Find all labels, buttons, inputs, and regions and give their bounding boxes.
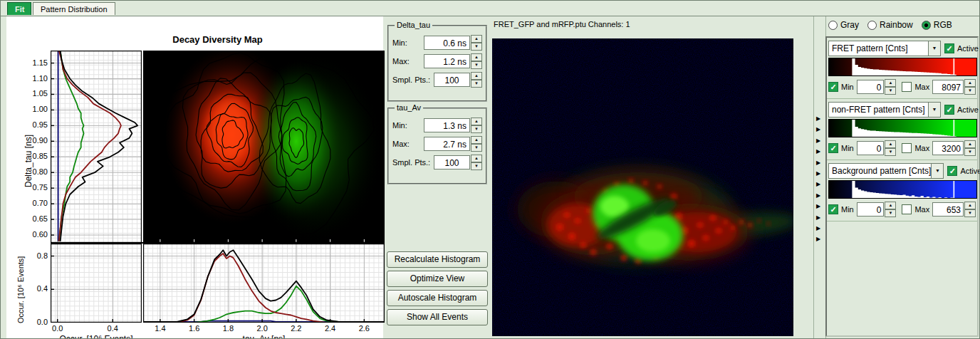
channel-histogram[interactable] xyxy=(828,119,977,137)
rgb-radio[interactable] xyxy=(922,21,931,30)
min-input[interactable]: 0 xyxy=(857,202,885,217)
spin-down-icon[interactable]: ▼ xyxy=(471,144,482,152)
spin-down-icon[interactable]: ▼ xyxy=(885,148,896,156)
chevron-down-icon[interactable]: ▼ xyxy=(931,164,943,178)
spin-down-icon[interactable]: ▼ xyxy=(471,125,482,133)
splitter-arrow-icon[interactable]: ▶ xyxy=(816,182,820,187)
tau-av-group-title: tau_Av xyxy=(395,103,423,112)
spin-up-icon[interactable]: ▲ xyxy=(885,140,896,148)
max-stepper[interactable]: ▲▼ xyxy=(964,140,976,156)
spin-up-icon[interactable]: ▲ xyxy=(471,155,482,162)
active-checkbox[interactable]: ✓ xyxy=(944,105,954,115)
spin-up-icon[interactable]: ▲ xyxy=(471,72,482,80)
spin-up-icon[interactable]: ▲ xyxy=(964,140,976,148)
autoscale-histogram-button[interactable]: Autoscale Histogram xyxy=(387,290,488,306)
tau-av-min-stepper[interactable]: ▲▼ xyxy=(471,118,482,133)
panel-splitter[interactable]: ▶▶▶▶▶▶▶▶▶▶▶▶ xyxy=(813,16,826,339)
max-stepper[interactable]: ▲▼ xyxy=(964,202,976,217)
spin-up-icon[interactable]: ▲ xyxy=(471,118,482,125)
spin-down-icon[interactable]: ▼ xyxy=(964,209,976,217)
chevron-down-icon[interactable]: ▼ xyxy=(928,41,940,56)
spin-up-icon[interactable]: ▲ xyxy=(471,35,482,43)
active-checkbox[interactable]: ✓ xyxy=(944,43,954,53)
splitter-arrow-icon[interactable]: ▶ xyxy=(816,204,820,209)
spin-up-icon[interactable]: ▲ xyxy=(964,79,976,87)
spin-down-icon[interactable]: ▼ xyxy=(471,162,482,170)
splitter-arrow-icon[interactable]: ▶ xyxy=(816,127,820,132)
optimize-view-button[interactable]: Optimize View xyxy=(387,271,488,287)
show-all-events-button[interactable]: Show All Events xyxy=(387,309,488,325)
channel-group-non-fret: non-FRET pattern [Cnts] ▼ ✓ Active ✓ Min… xyxy=(827,99,977,160)
delta-tau-min-input[interactable]: 0.6 ns xyxy=(424,36,470,50)
pattern-select-value: Background pattern [Cnts] xyxy=(829,166,931,176)
splitter-arrow-icon[interactable]: ▶ xyxy=(816,193,820,199)
channel-histogram[interactable] xyxy=(828,58,977,76)
max-checkbox[interactable] xyxy=(902,204,912,214)
spin-down-icon[interactable]: ▼ xyxy=(471,61,482,69)
spin-down-icon[interactable]: ▼ xyxy=(885,87,896,95)
spin-down-icon[interactable]: ▼ xyxy=(471,80,482,88)
rainbow-radio[interactable] xyxy=(867,21,877,30)
decay-diversity-panel: Decay Diversity Map Delta_tau [ns] Occur… xyxy=(6,16,383,339)
tau-av-min-input[interactable]: 1.3 ns xyxy=(424,118,470,132)
splitter-arrow-icon[interactable]: ▶ xyxy=(816,171,820,177)
max-stepper[interactable]: ▲▼ xyxy=(964,79,976,95)
delta-tau-max-input[interactable]: 1.2 ns xyxy=(424,54,470,68)
tau-av-smpl-stepper[interactable]: ▲▼ xyxy=(471,155,482,170)
spin-up-icon[interactable]: ▲ xyxy=(471,136,482,144)
fluorescence-image[interactable] xyxy=(492,38,793,336)
tau-av-smpl-input[interactable]: 100 xyxy=(434,155,470,170)
tau-av-max-stepper[interactable]: ▲▼ xyxy=(471,136,482,152)
tick-label: 1.8 xyxy=(219,324,236,333)
spin-down-icon[interactable]: ▼ xyxy=(964,87,976,95)
pattern-select[interactable]: non-FRET pattern [Cnts] ▼ xyxy=(828,102,941,118)
delta-tau-smpl-stepper[interactable]: ▲▼ xyxy=(471,72,482,88)
spin-up-icon[interactable]: ▲ xyxy=(885,202,896,209)
max-input[interactable]: 8097 xyxy=(932,80,964,94)
splitter-arrow-icon[interactable]: ▶ xyxy=(816,226,820,231)
min-input[interactable]: 0 xyxy=(857,141,885,155)
smpl-pts-label: Smpl. Pts.: xyxy=(392,158,434,167)
active-checkbox[interactable]: ✓ xyxy=(947,166,957,176)
spin-up-icon[interactable]: ▲ xyxy=(471,53,482,61)
tab-pattern-distribution[interactable]: Pattern Distribution xyxy=(33,2,115,15)
spin-down-icon[interactable]: ▼ xyxy=(471,43,482,51)
min-checkbox[interactable]: ✓ xyxy=(828,204,838,214)
channel-histogram[interactable] xyxy=(828,180,977,199)
tau-av-marginal-plot[interactable] xyxy=(143,244,385,323)
min-checkbox[interactable]: ✓ xyxy=(828,143,838,153)
recalculate-histogram-button[interactable]: Recalculate Histogram xyxy=(387,251,488,268)
delta-tau-max-stepper[interactable]: ▲▼ xyxy=(471,53,482,69)
splitter-arrow-icon[interactable]: ▶ xyxy=(816,236,820,242)
occurrence-plot[interactable] xyxy=(51,244,142,323)
min-stepper[interactable]: ▲▼ xyxy=(885,202,896,217)
tab-fit[interactable]: Fit xyxy=(7,2,31,15)
spin-up-icon[interactable]: ▲ xyxy=(964,202,976,209)
min-stepper[interactable]: ▲▼ xyxy=(885,79,896,95)
max-input[interactable]: 653 xyxy=(932,202,964,217)
min-stepper[interactable]: ▲▼ xyxy=(885,140,896,156)
pattern-select[interactable]: Background pattern [Cnts] ▼ xyxy=(828,163,944,179)
spin-down-icon[interactable]: ▼ xyxy=(964,148,976,156)
delta-tau-smpl-input[interactable]: 100 xyxy=(434,73,470,87)
min-input[interactable]: 0 xyxy=(857,80,885,94)
splitter-arrow-icon[interactable]: ▶ xyxy=(816,149,820,155)
min-checkbox[interactable]: ✓ xyxy=(828,82,838,92)
delta-tau-min-stepper[interactable]: ▲▼ xyxy=(471,35,482,51)
splitter-arrow-icon[interactable]: ▶ xyxy=(816,215,820,221)
max-input[interactable]: 3200 xyxy=(932,141,964,155)
max-checkbox[interactable] xyxy=(902,143,912,153)
spin-up-icon[interactable]: ▲ xyxy=(885,79,896,87)
splitter-arrow-icon[interactable]: ▶ xyxy=(816,138,820,144)
gray-radio[interactable] xyxy=(828,21,838,30)
decay-diversity-contour-plot[interactable] xyxy=(143,51,385,243)
tick-label: 0.70 xyxy=(25,199,48,208)
delta-tau-marginal-plot[interactable] xyxy=(51,51,142,243)
splitter-arrow-icon[interactable]: ▶ xyxy=(816,160,820,166)
tau-av-max-input[interactable]: 2.7 ns xyxy=(424,137,470,151)
max-checkbox[interactable] xyxy=(902,82,912,92)
pattern-select[interactable]: FRET pattern [Cnts] ▼ xyxy=(828,41,941,56)
chevron-down-icon[interactable]: ▼ xyxy=(928,103,940,117)
spin-down-icon[interactable]: ▼ xyxy=(885,209,896,217)
splitter-arrow-icon[interactable]: ▶ xyxy=(816,116,820,122)
